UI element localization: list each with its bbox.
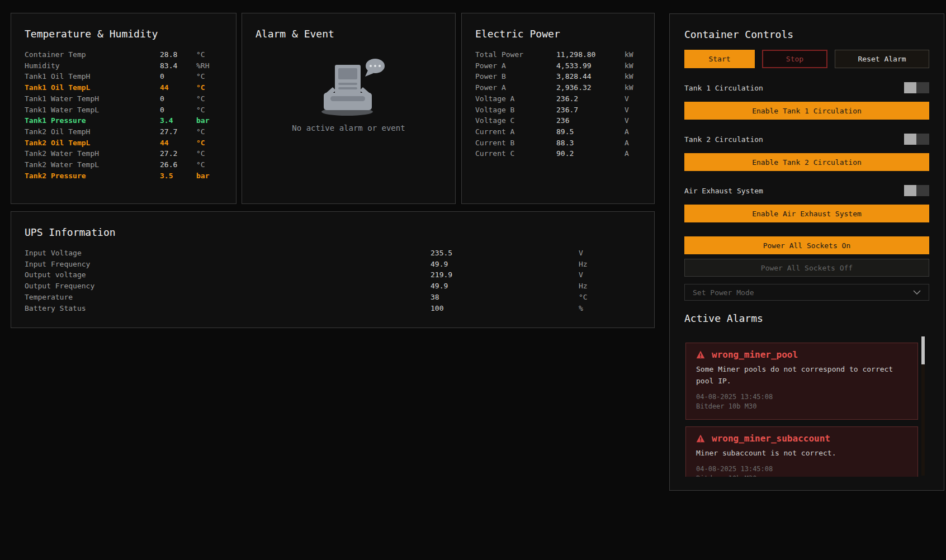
metric-value: 90.2 [556, 148, 625, 159]
alarm-message: Some Miner pools do not correspond to co… [696, 363, 907, 387]
temperature-humidity-panel: Temperature & Humidity Container Temp 28… [11, 13, 236, 204]
metric-value: 26.6 [160, 159, 196, 170]
toggle-switch[interactable] [904, 82, 929, 93]
metric-unit: bar [196, 115, 223, 126]
metric-row: Tank1 Pressure 3.4 bar [25, 115, 223, 126]
enable-button[interactable]: Enable Tank 2 Circulation [684, 153, 929, 171]
metric-unit: °C [196, 93, 223, 105]
metric-label: Battery Status [25, 303, 431, 314]
metric-unit: °C [196, 137, 223, 149]
metric-value: 11,298.80 [556, 49, 625, 60]
alarm-scrollbar-thumb[interactable] [921, 336, 925, 364]
toggle-switch-knob [904, 134, 916, 145]
metric-unit: kW [625, 60, 641, 72]
alarm-cards: wrong_miner_pool Some Miner pools do not… [684, 335, 929, 477]
metric-value: 89.5 [556, 126, 625, 137]
power-all-sockets-on-button[interactable]: Power All Sockets On [684, 236, 929, 254]
metric-row: Output voltage 219.9 V [25, 269, 641, 281]
stop-button[interactable]: Stop [762, 50, 827, 68]
metric-unit: A [625, 137, 641, 149]
metric-unit: °C [579, 292, 641, 303]
toggle-switch-knob [904, 185, 916, 196]
metric-label: Current C [475, 148, 556, 159]
power-all-sockets-off-button[interactable]: Power All Sockets Off [684, 259, 929, 277]
metric-unit: kW [625, 71, 641, 82]
toggle-section: Tank 1 Circulation Enable Tank 1 Circula… [684, 82, 929, 120]
metric-label: Current A [475, 126, 556, 137]
metric-row: Tank1 Water TempH 0 °C [25, 93, 223, 105]
metric-value: 100 [431, 303, 579, 314]
alarm-timestamp: 04-08-2025 13:45:08 [696, 464, 907, 474]
metric-row: Tank1 Oil TempH 0 °C [25, 71, 223, 82]
container-controls-panel: Container Controls Start Stop Reset Alar… [669, 13, 944, 491]
metric-label: Voltage B [475, 105, 556, 116]
enable-button[interactable]: Enable Air Exhaust System [684, 205, 929, 222]
metric-label: Tank1 Oil TempL [25, 82, 160, 93]
reset-alarm-button[interactable]: Reset Alarm [835, 50, 929, 68]
metric-unit: V [625, 105, 641, 116]
metric-label: Tank1 Oil TempH [25, 71, 160, 82]
alarm-scrollbar-track[interactable] [921, 336, 925, 476]
active-alarms-list[interactable]: wrong_miner_pool Some Miner pools do not… [684, 335, 929, 477]
metric-value: 44 [160, 137, 196, 149]
metric-row: Voltage A 236.2 V [475, 93, 641, 105]
metric-row: Tank2 Oil TempH 27.7 °C [25, 126, 223, 137]
metric-label: Input Voltage [25, 248, 431, 259]
metric-unit: °C [196, 82, 223, 93]
metric-label: Tank1 Water TempH [25, 93, 160, 105]
toggle-label: Tank 1 Circulation [684, 84, 763, 92]
toggle-sections: Tank 1 Circulation Enable Tank 1 Circula… [684, 82, 929, 222]
toggle-label: Air Exhaust System [684, 187, 763, 195]
metric-label: Tank2 Oil TempL [25, 137, 160, 149]
metric-value: 38 [431, 292, 579, 303]
warning-triangle-icon [696, 350, 705, 359]
metric-value: 0 [160, 71, 196, 82]
metric-value: 236 [556, 115, 625, 126]
metric-unit: V [579, 269, 641, 281]
metric-value: 0 [160, 105, 196, 116]
toggle-section: Air Exhaust System Enable Air Exhaust Sy… [684, 185, 929, 222]
metric-value: 3.4 [160, 115, 196, 126]
metric-value: 0 [160, 93, 196, 105]
metric-row: Output Frequency 49.9 Hz [25, 281, 641, 292]
control-button-row: Start Stop Reset Alarm [684, 50, 929, 68]
active-alarms-title: Active Alarms [684, 312, 929, 325]
metric-row: Input Frequency 49.9 Hz [25, 259, 641, 270]
metric-unit: A [625, 126, 641, 137]
start-button[interactable]: Start [684, 50, 755, 68]
metric-value: 28.8 [160, 49, 196, 60]
metric-unit: Hz [579, 259, 641, 270]
alarm-device: Bitdeer 10b M30 [696, 402, 907, 411]
metric-value: 44 [160, 82, 196, 93]
metric-unit: V [625, 93, 641, 105]
toggle-switch[interactable] [904, 134, 929, 145]
enable-button[interactable]: Enable Tank 1 Circulation [684, 102, 929, 120]
metric-value: 49.9 [431, 259, 579, 270]
metric-label: Output Frequency [25, 281, 431, 292]
metric-row: Voltage C 236 V [475, 115, 641, 126]
metric-label: Voltage C [475, 115, 556, 126]
panel-title-ups: UPS Information [25, 226, 641, 239]
set-power-mode-select[interactable]: Set Power Mode [684, 284, 929, 301]
toggle-switch[interactable] [904, 185, 929, 196]
no-alarm-empty-state: No active alarm or event [256, 49, 442, 132]
metric-label: Tank2 Oil TempH [25, 126, 160, 137]
metric-row: Tank2 Oil TempL 44 °C [25, 137, 223, 149]
toggle-switch-knob [904, 82, 916, 93]
alarm-name: wrong_miner_pool [712, 349, 798, 360]
warning-triangle-icon [696, 434, 705, 443]
metric-row: Battery Status 100 % [25, 303, 641, 314]
metric-label: Container Temp [25, 49, 160, 60]
metric-value: 27.2 [160, 148, 196, 159]
metric-value: 219.9 [431, 269, 579, 281]
metric-unit: Hz [579, 281, 641, 292]
metric-label: Tank2 Pressure [25, 170, 160, 182]
metric-unit: bar [196, 170, 223, 182]
metric-unit: kW [625, 82, 641, 93]
metric-row: Humidity 83.4 %RH [25, 60, 223, 72]
alarm-name: wrong_miner_subaccount [712, 433, 830, 444]
alarm-card-header: wrong_miner_pool [696, 350, 907, 359]
metric-value: 88.3 [556, 137, 625, 149]
metric-label: Current B [475, 137, 556, 149]
no-alarm-text: No active alarm or event [292, 124, 405, 132]
